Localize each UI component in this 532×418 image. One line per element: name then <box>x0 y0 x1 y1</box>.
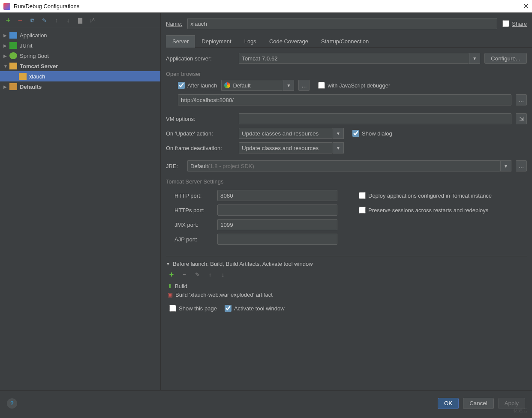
http-port-label: HTTP port: <box>166 192 213 199</box>
frame-deactivation-combo[interactable]: ▼ <box>239 142 344 153</box>
sidebar: + − ⧉ ✎ ↑ ↓ ▇ ↓ᴬ ▶Application ▶JUnit ▶Sp… <box>0 13 161 390</box>
jre-combo[interactable]: Default (1.8 - project SDK) ▼ <box>187 160 511 171</box>
js-debugger-checkbox[interactable]: with JavaScript debugger <box>318 82 390 89</box>
move-up-icon[interactable]: ↑ <box>206 271 214 278</box>
browse-button[interactable]: … <box>516 160 527 171</box>
configure-button[interactable]: Configure... <box>484 53 527 64</box>
tab-deployment[interactable]: Deployment <box>195 35 237 47</box>
vm-options-label: VM options: <box>166 116 234 122</box>
chevron-down-icon[interactable]: ▼ <box>500 160 511 171</box>
tree-item-xlauch[interactable]: xlauch <box>0 71 160 81</box>
tab-startup-connection[interactable]: Startup/Connection <box>315 35 375 47</box>
help-button[interactable]: ? <box>7 398 17 409</box>
browser-combo[interactable]: Default ▼ <box>221 80 294 91</box>
titlebar: Run/Debug Configurations ✕ <box>0 0 532 13</box>
after-launch-checkbox[interactable]: After launch <box>178 82 217 89</box>
remove-icon[interactable]: − <box>16 17 24 24</box>
tab-server[interactable]: Server <box>166 35 195 48</box>
move-up-icon[interactable]: ↑ <box>52 17 60 24</box>
close-icon[interactable]: ✕ <box>523 2 529 10</box>
tab-code-coverage[interactable]: Code Coverage <box>263 35 315 47</box>
name-label: Name: <box>166 21 182 27</box>
show-this-page-checkbox[interactable]: Show this page <box>169 305 217 312</box>
tomcat-settings-group: Tomcat Server Settings HTTP port: Deploy… <box>166 178 527 245</box>
https-port-label: HTTPs port: <box>166 207 213 214</box>
deploy-checkbox[interactable]: Deploy applications configured in Tomcat… <box>359 192 527 199</box>
chevron-down-icon[interactable]: ▼ <box>333 142 344 153</box>
copy-icon[interactable]: ⧉ <box>28 17 36 24</box>
browse-button[interactable]: … <box>298 80 310 91</box>
tree-item-junit[interactable]: ▶JUnit <box>0 40 160 51</box>
preserve-checkbox[interactable]: Preserve sessions across restarts and re… <box>359 207 527 214</box>
sort-icon[interactable]: ↓ᴬ <box>88 17 96 24</box>
add-icon[interactable]: + <box>168 271 175 278</box>
ajp-port-label: AJP port: <box>166 236 213 243</box>
share-checkbox[interactable]: Share <box>502 20 527 27</box>
before-launch-section: ▼ Before launch: Build, Build Artifacts,… <box>166 256 527 312</box>
tree-item-defaults[interactable]: ▶Defaults <box>0 81 160 92</box>
add-icon[interactable]: + <box>4 17 12 24</box>
expand-icon[interactable]: ⇲ <box>516 113 527 124</box>
show-dialog-checkbox[interactable]: Show dialog <box>352 130 392 137</box>
update-action-label: On 'Update' action: <box>166 130 234 137</box>
before-launch-toggle[interactable]: ▼ Before launch: Build, Build Artifacts,… <box>166 261 527 267</box>
chevron-down-icon[interactable]: ▼ <box>333 128 344 139</box>
update-action-combo[interactable]: ▼ <box>239 128 344 139</box>
config-tree: ▶Application ▶JUnit ▶Spring Boot ▼Tomcat… <box>0 28 160 390</box>
open-browser-group: Open browser After launch Default ▼ … wi… <box>166 71 527 105</box>
https-port-input[interactable] <box>217 204 337 216</box>
chevron-down-icon: ▼ <box>166 262 170 266</box>
appserver-combo[interactable]: ▼ <box>239 53 480 64</box>
browse-button[interactable]: … <box>516 94 527 105</box>
artifact-icon: ▣ <box>168 292 173 298</box>
app-icon <box>3 3 10 10</box>
save-template-icon[interactable]: ✎ <box>40 17 48 24</box>
jmx-port-label: JMX port: <box>166 222 213 228</box>
window-title: Run/Debug Configurations <box>14 3 79 9</box>
name-input[interactable] <box>187 18 497 29</box>
url-input[interactable] <box>178 94 511 105</box>
appserver-label: Application server: <box>166 55 234 62</box>
list-item: ▣Build 'xlauch-web:war exploded' artifac… <box>166 290 527 299</box>
dialog-footer: ? OK Cancel Apply <box>0 390 532 416</box>
jre-label: JRE: <box>166 163 183 169</box>
sidebar-toolbar: + − ⧉ ✎ ↑ ↓ ▇ ↓ᴬ <box>0 13 160 28</box>
folder-icon[interactable]: ▇ <box>76 17 84 24</box>
main-panel: Name: Share Server Deployment Logs Code … <box>161 13 532 390</box>
tabs: Server Deployment Logs Code Coverage Sta… <box>166 35 532 48</box>
tree-item-spring-boot[interactable]: ▶Spring Boot <box>0 51 160 61</box>
ajp-port-input[interactable] <box>217 234 337 245</box>
move-down-icon[interactable]: ↓ <box>64 17 72 24</box>
build-icon: ⬇ <box>168 283 172 289</box>
vm-options-input[interactable] <box>239 113 511 124</box>
move-down-icon[interactable]: ↓ <box>219 271 227 278</box>
chevron-down-icon[interactable]: ▼ <box>469 53 480 64</box>
http-port-input[interactable] <box>217 190 337 201</box>
before-launch-list[interactable]: ⬇Build ▣Build 'xlauch-web:war exploded' … <box>166 281 527 300</box>
tree-item-tomcat-server[interactable]: ▼Tomcat Server <box>0 61 160 71</box>
cancel-button[interactable]: Cancel <box>463 398 494 409</box>
chrome-icon <box>224 82 230 88</box>
watermark: 亿速云 <box>514 407 528 414</box>
list-item: ⬇Build <box>166 282 527 290</box>
activate-tool-window-checkbox[interactable]: Activate tool window <box>225 305 285 312</box>
jmx-port-input[interactable] <box>217 219 337 230</box>
edit-icon[interactable]: ✎ <box>193 271 201 278</box>
ok-button[interactable]: OK <box>438 398 459 409</box>
frame-deactivation-label: On frame deactivation: <box>166 145 234 151</box>
remove-icon[interactable]: − <box>180 271 188 278</box>
tab-logs[interactable]: Logs <box>238 35 263 47</box>
tree-item-application[interactable]: ▶Application <box>0 30 160 40</box>
chevron-down-icon[interactable]: ▼ <box>283 80 294 91</box>
